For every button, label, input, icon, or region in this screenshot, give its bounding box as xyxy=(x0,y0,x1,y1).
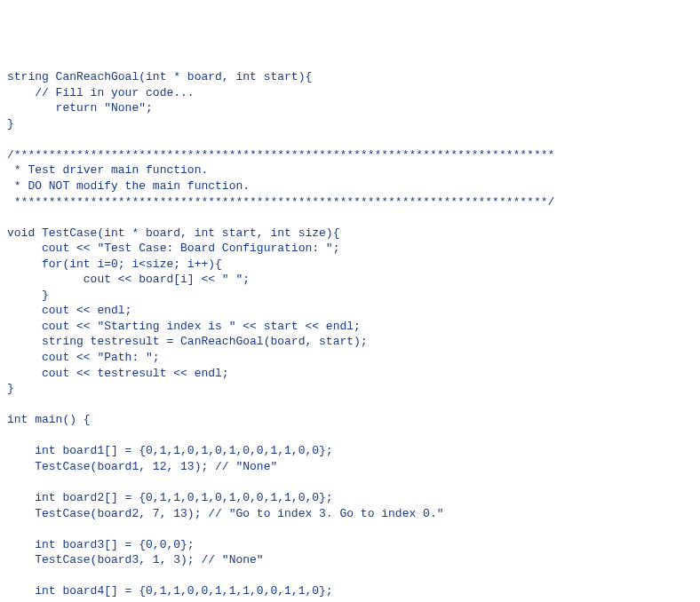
code-line: int board2[] = {0,1,1,0,1,0,1,0,0,1,1,0,… xyxy=(7,491,333,504)
code-line: string CanReachGoal(int * board, int sta… xyxy=(7,70,312,83)
code-line: } xyxy=(7,289,49,302)
code-line: cout << testresult << endl; xyxy=(7,367,229,380)
code-line: void TestCase(int * board, int start, in… xyxy=(7,226,339,240)
code-line: // Fill in your code... xyxy=(7,86,195,99)
code-line: ****************************************… xyxy=(7,195,554,209)
code-line: cout << "Starting index is " << start <<… xyxy=(7,320,361,333)
code-line: cout << endl; xyxy=(7,304,131,317)
code-line: /***************************************… xyxy=(7,148,554,162)
code-line: int board3[] = {0,0,0}; xyxy=(7,538,195,551)
code-line: } xyxy=(7,382,14,395)
code-line: cout << board[i] << " "; xyxy=(7,273,250,286)
code-line: } xyxy=(7,117,14,131)
code-line: for(int i=0; i<size; i++){ xyxy=(7,257,222,271)
code-line: * DO NOT modify the main function. xyxy=(7,179,250,193)
code-line: * Test driver main function. xyxy=(7,163,208,177)
code-line: cout << "Path: "; xyxy=(7,351,160,364)
code-line: TestCase(board1, 12, 13); // "None" xyxy=(7,460,277,473)
code-line: int board4[] = {0,1,1,0,0,1,1,1,0,0,1,1,… xyxy=(7,584,333,598)
code-line: string testresult = CanReachGoal(board, … xyxy=(7,335,368,348)
code-line: int main() { xyxy=(7,413,91,426)
code-line: TestCase(board3, 1, 3); // "None" xyxy=(7,553,264,566)
code-line: int board1[] = {0,1,1,0,1,0,1,0,0,1,1,0,… xyxy=(7,444,333,457)
code-block: string CanReachGoal(int * board, int sta… xyxy=(7,69,693,602)
code-line: cout << "Test Case: Board Configuration:… xyxy=(7,242,339,255)
code-line: return "None"; xyxy=(7,101,153,115)
code-line: TestCase(board2, 7, 13); // "Go to index… xyxy=(7,507,443,520)
